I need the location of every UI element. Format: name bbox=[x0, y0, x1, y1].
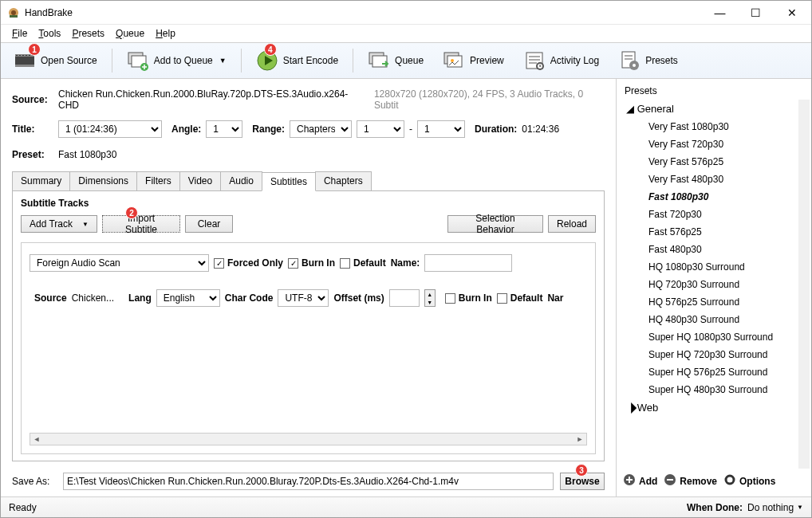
images-icon bbox=[443, 49, 465, 72]
tab-chapters[interactable]: Chapters bbox=[315, 171, 372, 190]
activity-log-button[interactable]: Activity Log bbox=[515, 46, 607, 75]
charcode-select[interactable]: UTF-8 bbox=[278, 289, 329, 307]
track-source-select[interactable]: Foreign Audio Scan bbox=[30, 254, 209, 272]
menu-file[interactable]: File bbox=[7, 26, 32, 41]
preset-group-web-label: Web bbox=[637, 402, 659, 414]
minimize-button[interactable]: — bbox=[702, 2, 738, 24]
forced-only-checkbox[interactable]: ✓Forced Only bbox=[214, 257, 283, 269]
range-from-select[interactable]: 1 bbox=[357, 120, 404, 138]
preset-item[interactable]: Super HQ 720p30 Surround bbox=[620, 346, 797, 363]
menu-presets[interactable]: Presets bbox=[67, 26, 109, 41]
preset-item[interactable]: Very Fast 720p30 bbox=[620, 135, 797, 153]
images-plus-icon bbox=[127, 49, 149, 72]
save-as-input[interactable] bbox=[63, 473, 554, 490]
toolbar: 1 Open Source Add to Queue ▼ 4 Start Enc… bbox=[1, 42, 811, 79]
preset-item[interactable]: HQ 576p25 Surround bbox=[620, 293, 797, 311]
presets-label: Presets bbox=[645, 55, 678, 66]
start-encode-button[interactable]: 4 Start Encode bbox=[248, 46, 346, 75]
preset-item[interactable]: Super HQ 480p30 Surround bbox=[620, 381, 797, 398]
when-done-value[interactable]: Do nothing bbox=[747, 502, 794, 513]
add-track-button[interactable]: Add Track▼ bbox=[21, 215, 97, 233]
preset-remove-label: Remove bbox=[680, 476, 717, 487]
subtitle-buttons: Add Track▼ 2 Import Subtitle Clear Selec… bbox=[21, 215, 596, 233]
presets-list[interactable]: ◢ General Very Fast 1080p30 Very Fast 72… bbox=[620, 100, 810, 469]
preset-item-selected[interactable]: Fast 1080p30 bbox=[620, 188, 797, 206]
default-checkbox[interactable]: Default bbox=[340, 257, 386, 269]
preset-item[interactable]: HQ 480p30 Surround bbox=[620, 311, 797, 328]
menu-tools[interactable]: Tools bbox=[34, 26, 65, 41]
row-default-checkbox[interactable]: Default bbox=[497, 292, 543, 304]
svg-point-34 bbox=[633, 64, 636, 67]
burn-in-checkbox[interactable]: ✓Burn In bbox=[288, 257, 335, 269]
tab-summary[interactable]: Summary bbox=[12, 171, 70, 190]
preset-item[interactable]: Super HQ 576p25 Surround bbox=[620, 363, 797, 381]
preview-button[interactable]: Preview bbox=[435, 46, 512, 75]
preset-remove-button[interactable]: Remove bbox=[664, 473, 717, 489]
preset-item[interactable]: Fast 576p25 bbox=[620, 223, 797, 241]
open-source-label: Open Source bbox=[41, 55, 97, 66]
selection-behavior-button[interactable]: Selection Behavior bbox=[447, 215, 543, 233]
clear-button[interactable]: Clear bbox=[185, 215, 233, 233]
tab-filters[interactable]: Filters bbox=[136, 171, 180, 190]
maximize-button[interactable]: ☐ bbox=[738, 2, 774, 24]
clear-label: Clear bbox=[198, 218, 221, 230]
app-icon bbox=[7, 6, 20, 19]
browse-button[interactable]: 3 Browse bbox=[560, 473, 605, 490]
preset-item[interactable]: HQ 720p30 Surround bbox=[620, 276, 797, 293]
when-done-label: When Done: bbox=[687, 502, 743, 513]
range-type-select[interactable]: Chapters bbox=[290, 120, 352, 138]
lang-select[interactable]: English bbox=[156, 289, 220, 307]
open-source-button[interactable]: 1 Open Source bbox=[6, 46, 105, 75]
preset-options-button[interactable]: Options bbox=[723, 473, 775, 489]
row-burn-in-checkbox[interactable]: Burn In bbox=[445, 292, 492, 304]
angle-select[interactable]: 1 bbox=[206, 120, 242, 138]
add-to-queue-button[interactable]: Add to Queue ▼ bbox=[119, 46, 235, 75]
range-to-select[interactable]: 1 bbox=[417, 120, 465, 138]
offset-input[interactable] bbox=[389, 289, 420, 307]
separator bbox=[353, 49, 353, 73]
titlebar: HandBrake — ☐ ✕ bbox=[1, 1, 811, 25]
title-select[interactable]: 1 (01:24:36) bbox=[58, 120, 162, 138]
scroll-left-arrow[interactable]: ◄ bbox=[30, 435, 43, 443]
start-encode-label: Start Encode bbox=[283, 55, 338, 66]
preset-group-general-label: General bbox=[637, 103, 674, 115]
preset-add-button[interactable]: Add bbox=[623, 473, 657, 489]
badge-1: 1 bbox=[28, 43, 41, 56]
preset-group-web[interactable]: ◢ Web bbox=[620, 398, 797, 417]
row-source-label: Source bbox=[34, 292, 67, 304]
row-source-value: Chicken... bbox=[72, 292, 114, 304]
tab-dimensions[interactable]: Dimensions bbox=[69, 171, 137, 190]
preset-item[interactable]: Super HQ 1080p30 Surround bbox=[620, 328, 797, 346]
import-subtitle-button[interactable]: 2 Import Subtitle bbox=[102, 215, 180, 233]
reload-button[interactable]: Reload bbox=[548, 215, 596, 233]
preset-item[interactable]: Fast 480p30 bbox=[620, 241, 797, 258]
close-button[interactable]: ✕ bbox=[774, 2, 810, 24]
svg-rect-29 bbox=[539, 66, 541, 67]
presets-button[interactable]: Presets bbox=[610, 46, 686, 75]
duration-label: Duration: bbox=[475, 124, 517, 135]
menu-help[interactable]: Help bbox=[151, 26, 180, 41]
dropdown-arrow-icon[interactable]: ▼ bbox=[797, 504, 803, 511]
tab-video[interactable]: Video bbox=[179, 171, 221, 190]
queue-label: Queue bbox=[395, 55, 424, 66]
preset-item[interactable]: Very Fast 480p30 bbox=[620, 171, 797, 188]
add-to-queue-label: Add to Queue bbox=[154, 55, 213, 66]
preset-item[interactable]: Very Fast 576p25 bbox=[620, 153, 797, 171]
horizontal-scrollbar[interactable]: ◄ ► bbox=[30, 433, 587, 445]
preset-item[interactable]: Very Fast 1080p30 bbox=[620, 118, 797, 135]
queue-button[interactable]: Queue bbox=[360, 46, 432, 75]
reload-label: Reload bbox=[557, 218, 587, 230]
preset-value: Fast 1080p30 bbox=[58, 149, 116, 160]
scroll-right-arrow[interactable]: ► bbox=[574, 435, 586, 443]
preset-item[interactable]: HQ 1080p30 Surround bbox=[620, 258, 797, 276]
menu-queue[interactable]: Queue bbox=[111, 26, 149, 41]
preset-item[interactable]: Fast 720p30 bbox=[620, 206, 797, 223]
browse-label: Browse bbox=[565, 476, 599, 487]
name-input[interactable] bbox=[424, 254, 512, 272]
activity-log-label: Activity Log bbox=[550, 55, 599, 66]
tab-audio[interactable]: Audio bbox=[220, 171, 262, 190]
offset-spinner[interactable]: ▲▼ bbox=[424, 289, 436, 307]
preset-group-general[interactable]: ◢ General bbox=[620, 100, 797, 118]
add-track-label: Add Track bbox=[30, 218, 73, 230]
tab-subtitles[interactable]: Subtitles bbox=[262, 172, 316, 191]
